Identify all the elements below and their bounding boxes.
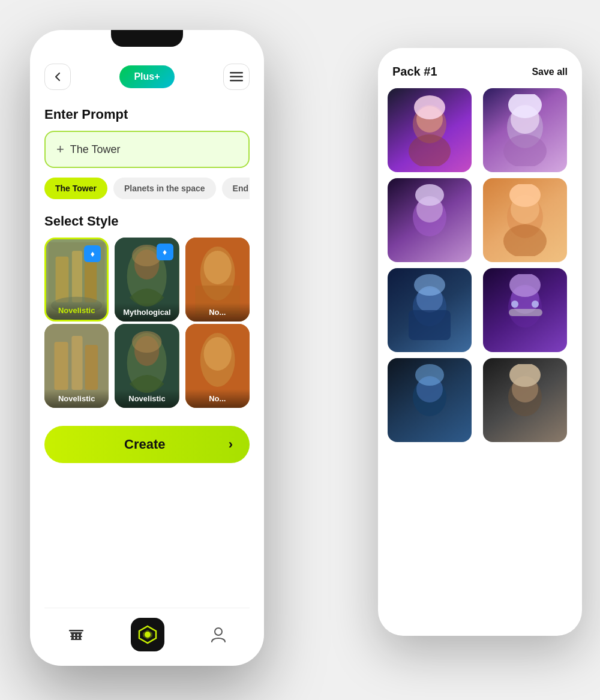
top-bar: Plus+: [44, 64, 250, 90]
style-row-1: ♦ Novelistic ♦ Mythological: [44, 238, 250, 322]
center-logo-button[interactable]: [131, 618, 164, 651]
save-all-button[interactable]: Save all: [532, 67, 568, 77]
svg-rect-18: [409, 310, 451, 340]
home-nav-button[interactable]: [68, 627, 85, 642]
svg-rect-69: [71, 633, 82, 634]
svg-rect-22: [509, 309, 542, 316]
tag-tower[interactable]: The Tower: [44, 178, 107, 199]
notch: [111, 30, 183, 47]
style-card-novelistic-2[interactable]: Novelistic: [44, 324, 109, 408]
back-icon: [52, 71, 63, 82]
portrait-5-svg: [403, 274, 457, 346]
svg-rect-68: [69, 630, 83, 632]
bottom-nav: [44, 608, 250, 666]
back-button[interactable]: [44, 64, 71, 90]
phone-content: Plus+ Enter Prompt + The Tower The: [30, 30, 264, 666]
style-card-novelistic-1[interactable]: ♦ Novelistic: [44, 238, 109, 322]
svg-point-7: [503, 134, 547, 166]
phone-back: Pack #1 Save all: [378, 48, 582, 636]
pack-header: Pack #1 Save all: [378, 48, 582, 88]
grid-image-1[interactable]: [388, 88, 472, 172]
pack-title: Pack #1: [392, 65, 437, 79]
create-label: Create: [61, 437, 229, 452]
create-button[interactable]: Create ›: [44, 426, 250, 463]
portrait-6-svg: [498, 274, 552, 346]
style-card-3[interactable]: No...: [185, 238, 250, 322]
portrait-2-svg: [498, 94, 552, 166]
svg-point-3: [414, 95, 445, 119]
style-name-3: No...: [185, 303, 250, 322]
grid-image-2[interactable]: [483, 88, 567, 172]
scene: Pack #1 Save all: [0, 0, 600, 700]
tag-end[interactable]: End of the world: [222, 178, 250, 199]
prompt-section-label: Enter Prompt: [44, 107, 250, 122]
style-name-6: No...: [185, 389, 250, 408]
svg-rect-70: [71, 636, 82, 637]
style-row-2: Novelistic Novelistic: [44, 324, 250, 408]
svg-rect-71: [71, 639, 82, 640]
logo-icon: [137, 624, 158, 645]
style-name-4: Novelistic: [44, 389, 109, 408]
style-name-2: Mythological: [115, 303, 179, 322]
style-section-label: Select Style: [44, 214, 250, 229]
prompt-plus-icon: +: [56, 142, 64, 157]
grid-image-6[interactable]: [483, 268, 567, 352]
grid-image-3[interactable]: [388, 178, 472, 262]
style-name-1: Novelistic: [46, 301, 107, 320]
grid-image-7[interactable]: [388, 358, 472, 442]
svg-rect-33: [230, 80, 243, 82]
grid-image-8[interactable]: [483, 358, 567, 442]
svg-point-59: [203, 337, 231, 371]
create-arrow-icon: ›: [229, 437, 233, 452]
svg-rect-31: [230, 72, 243, 74]
portrait-8-svg: [498, 364, 552, 436]
portrait-3-svg: [403, 184, 457, 256]
svg-point-1: [409, 134, 451, 166]
menu-button[interactable]: [223, 64, 250, 90]
portrait-4-svg: [498, 184, 552, 256]
grid-image-5[interactable]: [388, 268, 472, 352]
prompt-value: The Tower: [70, 143, 121, 156]
svg-point-24: [532, 301, 539, 308]
prompt-input-box[interactable]: + The Tower: [44, 131, 250, 168]
home-icon: [68, 627, 85, 642]
svg-point-75: [215, 628, 222, 635]
svg-point-74: [145, 632, 151, 638]
profile-icon: [211, 626, 226, 643]
svg-point-10: [415, 184, 444, 206]
premium-diamond-1: ♦: [84, 245, 101, 262]
premium-diamond-2: ♦: [157, 244, 173, 260]
style-card-novelistic-3[interactable]: Novelistic: [115, 324, 179, 408]
style-name-5: Novelistic: [115, 389, 179, 408]
image-grid: [378, 88, 582, 442]
svg-point-17: [414, 274, 445, 296]
style-card-4[interactable]: No...: [185, 324, 250, 408]
svg-point-27: [415, 364, 444, 386]
menu-icon: [230, 72, 243, 82]
profile-nav-button[interactable]: [211, 626, 226, 643]
portrait-7-svg: [403, 364, 457, 436]
phone-front: Plus+ Enter Prompt + The Tower The: [30, 30, 264, 666]
portrait-1-svg: [403, 94, 457, 166]
tag-planets[interactable]: Planets in the space: [113, 178, 216, 199]
tags-row: The Tower Planets in the space End of th…: [44, 178, 250, 199]
svg-point-14: [503, 224, 547, 256]
style-card-mythological[interactable]: ♦ Mythological: [115, 238, 179, 322]
svg-rect-32: [230, 76, 243, 78]
grid-image-4[interactable]: [483, 178, 567, 262]
plus-button[interactable]: Plus+: [119, 65, 174, 88]
svg-point-56: [132, 331, 162, 353]
svg-point-46: [203, 251, 231, 284]
svg-point-23: [511, 301, 518, 308]
